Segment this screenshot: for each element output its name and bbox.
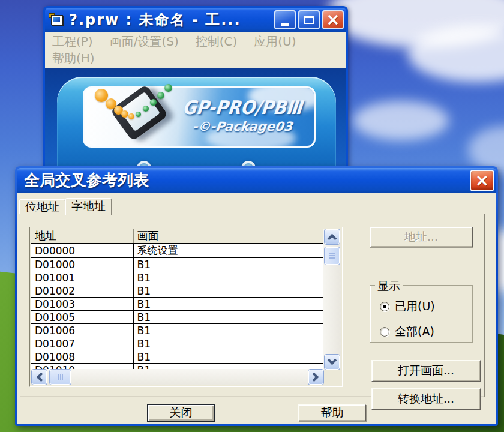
scroll-right-button[interactable] xyxy=(308,369,324,385)
splash-area: GP-PRO/PBⅢ -©-Package03 xyxy=(45,68,346,168)
window-titlebar[interactable]: ?.prw : 未命名 - 工... × xyxy=(45,8,346,32)
table-cell: B1 xyxy=(133,350,324,364)
dialog-close-button[interactable]: × xyxy=(470,170,494,191)
window-close-button[interactable]: × xyxy=(322,10,344,29)
green-dot xyxy=(164,84,172,92)
product-package: -©-Package03 xyxy=(179,119,307,134)
column-header: 画面 xyxy=(133,229,324,244)
table-header-row: 地址画面 xyxy=(31,229,324,244)
thumb-grip-icon xyxy=(329,253,335,259)
table-row[interactable]: D01006B1 xyxy=(31,324,324,337)
table-cell: D01000 xyxy=(31,258,133,271)
green-dot xyxy=(136,112,141,117)
scroll-down-button[interactable] xyxy=(324,354,340,370)
menu-row: 帮助(H) xyxy=(52,50,339,67)
table-cell: B1 xyxy=(133,284,324,298)
table-row[interactable]: D01007B1 xyxy=(31,337,324,350)
table-row[interactable]: D01002B1 xyxy=(31,284,324,298)
address-button[interactable]: 地址... xyxy=(370,227,473,247)
app-icon xyxy=(49,13,64,26)
radio-all[interactable]: 全部(A) xyxy=(380,324,434,340)
vertical-scrollbar[interactable] xyxy=(323,229,341,370)
orange-dot xyxy=(95,89,108,102)
radio-icon xyxy=(380,327,389,337)
radio-icon xyxy=(380,302,389,311)
minimize-button[interactable] xyxy=(274,10,296,29)
menu-item[interactable]: 应用(U) xyxy=(254,34,296,50)
chevron-down-icon xyxy=(328,356,337,365)
column-header: 地址 xyxy=(31,229,133,244)
chevron-left-icon xyxy=(37,373,46,382)
chevron-right-icon xyxy=(310,373,319,382)
table-cell: D01001 xyxy=(31,271,133,284)
dialog-body: 位地址字地址 地址画面 D00000系统设置D01000B1D01001B1D0… xyxy=(17,193,496,424)
green-dot xyxy=(150,99,157,106)
desktop: ?.prw : 未命名 - 工... × 工程(P)画面/设置(S)控制(C)应… xyxy=(0,0,504,432)
orange-dot xyxy=(121,110,128,118)
splash-panel: GP-PRO/PBⅢ -©-Package03 xyxy=(57,77,336,168)
background-window: ?.prw : 未命名 - 工... × 工程(P)画面/设置(S)控制(C)应… xyxy=(43,6,348,168)
table-cell: D01008 xyxy=(31,350,133,364)
table-cell: B1 xyxy=(133,258,324,271)
table-cell: B1 xyxy=(133,271,324,284)
table-row[interactable]: D01003B1 xyxy=(31,298,324,311)
table-cell: B1 xyxy=(133,298,324,311)
table-row[interactable]: D00000系统设置 xyxy=(31,244,324,258)
table-cell: D00000 xyxy=(31,244,133,258)
table-grid: 地址画面 D00000系统设置D01000B1D01001B1D01002B1D… xyxy=(31,229,324,370)
green-dot xyxy=(143,106,149,112)
minimize-icon xyxy=(281,23,289,26)
vertical-scroll-thumb[interactable] xyxy=(324,247,340,265)
product-logo: GP-PRO/PBⅢ -©-Package03 xyxy=(179,98,305,134)
open-screen-button[interactable]: 打开画面... xyxy=(371,360,481,382)
radio-used[interactable]: 已用(U) xyxy=(380,299,435,314)
menu-item[interactable]: 控制(C) xyxy=(196,34,238,50)
menu-bar: 工程(P)画面/设置(S)控制(C)应用(U) 帮助(H) xyxy=(45,32,346,68)
display-group: 显示 已用(U)全部(A) xyxy=(370,285,473,343)
cloud xyxy=(353,101,449,140)
table-cell: D01002 xyxy=(31,284,133,298)
scroll-left-button[interactable] xyxy=(31,369,47,385)
orange-dot xyxy=(128,113,134,119)
window-title: ?.prw : 未命名 - 工... xyxy=(69,10,272,29)
dialog-title: 全局交叉参考列表 xyxy=(24,170,470,191)
table-row[interactable]: D01001B1 xyxy=(31,271,324,284)
horizontal-scroll-thumb[interactable] xyxy=(49,369,71,385)
menu-item[interactable]: 工程(P) xyxy=(52,34,93,50)
close-icon: × xyxy=(326,11,340,28)
table-cell: 系统设置 xyxy=(133,244,324,258)
table-cell: B1 xyxy=(133,324,324,337)
dialog-titlebar[interactable]: 全局交叉参考列表 × xyxy=(17,168,496,193)
table-row[interactable]: D01008B1 xyxy=(31,350,324,364)
table-cell: D01003 xyxy=(31,298,133,311)
horizontal-scrollbar[interactable] xyxy=(31,369,324,385)
display-group-label: 显示 xyxy=(375,278,403,294)
convert-address-button[interactable]: 转换地址... xyxy=(371,388,481,410)
menu-row: 工程(P)画面/设置(S)控制(C)应用(U) xyxy=(52,33,339,50)
radio-label: 全部(A) xyxy=(395,324,434,340)
app-icon-screen xyxy=(53,17,60,22)
maximize-icon xyxy=(304,16,314,24)
green-dot xyxy=(157,92,164,99)
table-cell: D01007 xyxy=(31,337,133,350)
close-button[interactable]: 关闭 xyxy=(147,404,215,422)
cross-reference-dialog: 全局交叉参考列表 × 位地址字地址 地址画面 D00000系统设置D01000B… xyxy=(15,166,498,426)
scroll-up-button[interactable] xyxy=(324,229,340,245)
table-row[interactable]: D01000B1 xyxy=(31,258,324,271)
tab-bit-address[interactable]: 位地址 xyxy=(19,199,65,214)
menu-item[interactable]: 画面/设置(S) xyxy=(110,34,179,50)
menu-item[interactable]: 帮助(H) xyxy=(52,50,95,67)
maximize-button[interactable] xyxy=(298,10,320,29)
table-cell: D01006 xyxy=(31,324,133,337)
table-cell: D01005 xyxy=(31,311,133,324)
tab-word-address[interactable]: 字地址 xyxy=(65,198,112,215)
address-tabs: 位地址字地址 xyxy=(19,198,112,214)
thumb-grip-icon xyxy=(58,374,63,380)
tab-panel: 地址画面 D00000系统设置D01000B1D01001B1D01002B1D… xyxy=(20,214,485,397)
table-row[interactable]: D01005B1 xyxy=(31,311,324,324)
product-name: GP-PRO/PBⅢ xyxy=(178,97,307,119)
reference-table: 地址画面 D00000系统设置D01000B1D01001B1D01002B1D… xyxy=(29,227,343,387)
help-button[interactable]: 帮助 xyxy=(298,404,366,421)
table-cell: B1 xyxy=(133,337,324,350)
close-icon: × xyxy=(475,172,489,189)
